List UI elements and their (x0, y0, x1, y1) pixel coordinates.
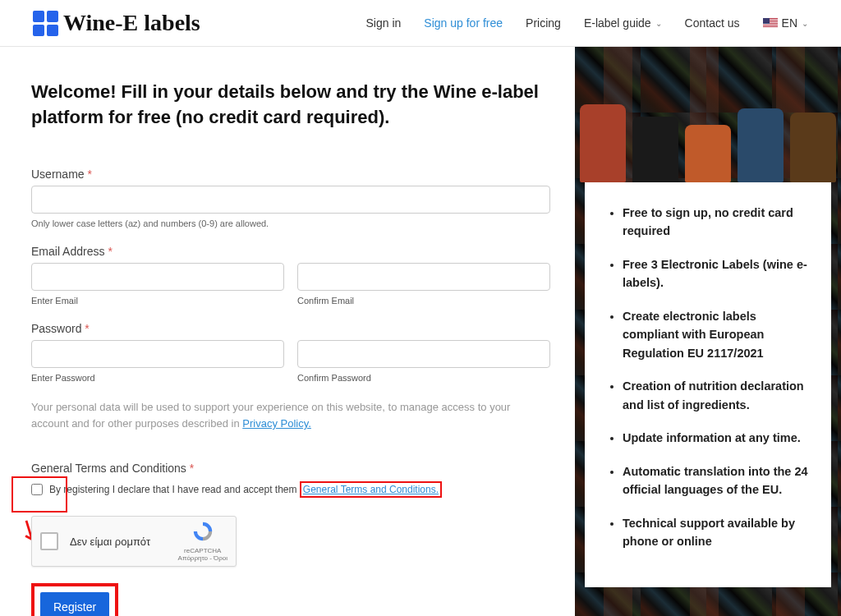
recaptcha-logo: reCAPTCHA Απόρρητο - Όροι (178, 520, 227, 563)
benefits-panel: Free to sign up, no credit card required… (585, 182, 831, 587)
password-confirm-input[interactable] (297, 340, 550, 368)
email-confirm-label: Confirm Email (297, 296, 550, 306)
email-field: Email Address * Enter Email Confirm Emai… (31, 245, 550, 306)
logo-text: Wine-E labels (63, 10, 200, 36)
benefit-item: Free to sign up, no credit card required (623, 204, 808, 241)
password-label: Password * (31, 322, 550, 335)
nav-guide-label: E-label guide (584, 16, 651, 30)
main-wrap: Welcome! Fill in your details below and … (0, 47, 841, 616)
terms-label: General Terms and Conditions * (31, 462, 550, 475)
annotation-box-icon: General Terms and Conditions. (300, 481, 442, 498)
nav-lang[interactable]: EN ⌄ (763, 16, 808, 30)
password-confirm-label: Confirm Password (297, 373, 550, 383)
privacy-policy-link[interactable]: Privacy Policy. (242, 417, 311, 430)
terms-section: General Terms and Conditions * By regist… (31, 462, 550, 567)
annotation-box-icon: Register (31, 583, 118, 616)
nav: Sign in Sign up for free Pricing E-label… (366, 16, 808, 30)
username-input[interactable] (31, 186, 550, 214)
benefit-item: Update information at any time. (623, 429, 808, 447)
terms-link[interactable]: General Terms and Conditions. (303, 484, 439, 495)
chevron-down-icon: ⌄ (802, 19, 808, 28)
benefit-item: Creation of nutrition declaration and li… (623, 377, 808, 414)
privacy-text: Your personal data will be used to suppo… (31, 399, 550, 434)
email-label: Email Address * (31, 245, 550, 258)
recaptcha-icon (191, 520, 214, 543)
password-field: Password * Enter Password Confirm Passwo… (31, 322, 550, 383)
flag-us-icon (763, 18, 778, 28)
benefit-item: Automatic translation into the 24 offici… (623, 462, 808, 499)
nav-signin[interactable]: Sign in (366, 16, 402, 30)
recaptcha-widget[interactable]: Δεν είμαι ρομπότ reCAPTCHA Απόρρητο - Όρ… (31, 516, 237, 567)
password-input[interactable] (31, 340, 284, 368)
terms-text: By registering I declare that I have rea… (49, 481, 442, 498)
email-input[interactable] (31, 263, 284, 291)
required-mark: * (190, 462, 194, 475)
username-hint: Only lower case letters (az) and numbers… (31, 218, 550, 228)
required-mark: * (108, 245, 112, 258)
benefit-item: Free 3 Electronic Labels (wine e-labels)… (623, 255, 808, 292)
benefit-item: Technical support available by phone or … (623, 514, 808, 551)
email-confirm-input[interactable] (297, 263, 550, 291)
email-enter-label: Enter Email (31, 296, 284, 306)
chevron-down-icon: ⌄ (655, 19, 662, 28)
wine-bottles-image (575, 47, 841, 182)
username-label: Username * (31, 168, 550, 181)
nav-pricing[interactable]: Pricing (526, 16, 561, 30)
terms-checkbox[interactable] (31, 484, 43, 495)
header: Wine-E labels Sign in Sign up for free P… (0, 0, 841, 47)
recaptcha-checkbox[interactable] (40, 532, 58, 550)
required-mark: * (87, 168, 91, 181)
username-field: Username * Only lower case letters (az) … (31, 168, 550, 228)
sidebar-image: Free to sign up, no credit card required… (575, 47, 841, 616)
benefit-item: Create electronic labels compliant with … (623, 307, 808, 362)
form-column: Welcome! Fill in your details below and … (0, 47, 575, 616)
nav-guide[interactable]: E-label guide ⌄ (584, 16, 662, 30)
register-button[interactable]: Register (40, 592, 109, 616)
logo[interactable]: Wine-E labels (33, 10, 200, 36)
page-title: Welcome! Fill in your details below and … (31, 80, 550, 131)
password-enter-label: Enter Password (31, 373, 284, 383)
nav-signup[interactable]: Sign up for free (424, 16, 503, 30)
nav-contact[interactable]: Contact us (685, 16, 740, 30)
logo-icon (33, 11, 58, 36)
nav-lang-label: EN (782, 16, 797, 30)
recaptcha-text: Δεν είμαι ρομπότ (70, 536, 150, 548)
required-mark: * (85, 322, 89, 335)
